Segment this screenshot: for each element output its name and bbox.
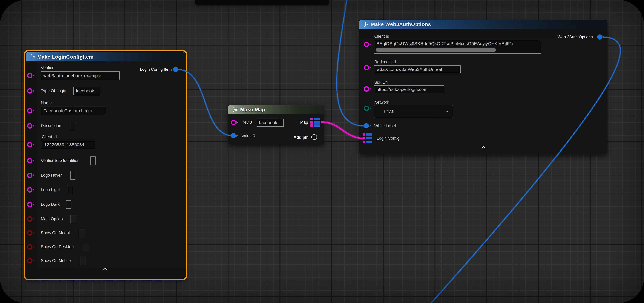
pin-label-login-config: Login Config: [377, 136, 400, 141]
pin-wedge-icon: [236, 121, 238, 124]
input-pin-sdk-url[interactable]: [364, 86, 369, 92]
name-value: Facebook Custom Login: [43, 108, 92, 113]
pin-label-verifier-sub-identifier: Verifier Sub Identifier: [41, 158, 78, 163]
input-pin-show-on-modal[interactable]: [27, 230, 32, 236]
pin-label-web-3auth-options: Web 3Auth Options: [558, 35, 593, 40]
pin-label-verifier: Verifier: [41, 66, 54, 70]
input-pin-description[interactable]: [27, 123, 32, 128]
pin-label-logo-dark: Logo Dark: [41, 202, 60, 207]
key-0-value: facebook: [259, 120, 277, 125]
verifier-input[interactable]: web3auth-facebook-example: [41, 72, 120, 80]
pin-wedge-icon: [33, 232, 34, 234]
output-pin-map[interactable]: [310, 118, 320, 127]
pin-label-value-0: Value 0: [242, 134, 255, 138]
redirect-url-value: w3a://com.w3a.Web3AuthUnreal: [376, 67, 442, 72]
input-pin-white-label[interactable]: [364, 123, 369, 128]
input-pin-show-on-mobile[interactable]: [27, 258, 32, 264]
network-selected-value: CYAN: [384, 110, 395, 114]
plus-icon: +: [313, 135, 316, 139]
collapse-node-chevron-up-icon[interactable]: [481, 146, 486, 149]
input-pin-login-config[interactable]: [362, 133, 372, 143]
pin-wedge-icon: [370, 66, 371, 69]
client-id-horizontal-scrollbar[interactable]: [376, 48, 496, 52]
verifier-sub-identifier-input[interactable]: [90, 156, 96, 165]
input-pin-show-on-desktop[interactable]: [27, 244, 32, 250]
type-of-login-value: facebook: [76, 88, 94, 94]
pin-label-map: Map: [296, 120, 308, 125]
pin-label-logo-hover: Logo Hover: [41, 173, 62, 178]
logo-hover-input[interactable]: [70, 171, 76, 180]
show-on-mobile-checkbox[interactable]: [80, 257, 86, 265]
pin-label-show-on-modal: Show On Modal: [41, 230, 70, 235]
key-0-input[interactable]: facebook: [256, 118, 284, 127]
add-pin-button[interactable]: +: [311, 134, 317, 140]
client-id-input[interactable]: 1222658941886084: [42, 140, 94, 149]
node-title: Make Web3AuthOptions: [371, 21, 431, 27]
collapse-node-chevron-up-icon[interactable]: [103, 268, 108, 271]
node-make-map[interactable]: Make Map Key 0 facebook Map Value 0 Add …: [228, 105, 324, 144]
pin-label-show-on-mobile: Show On Mobile: [41, 258, 71, 263]
input-pin-name[interactable]: [27, 108, 32, 114]
pin-label-logo-light: Logo Light: [41, 188, 60, 192]
input-pin-main-option[interactable]: [27, 216, 32, 222]
node-title: Make LoginConfigItem: [37, 54, 94, 60]
pin-wedge-icon: [179, 68, 180, 71]
pin-wedge-icon: [370, 124, 371, 127]
logo-dark-input[interactable]: [66, 200, 71, 209]
node-make-loginconfigitem[interactable]: Make LoginConfigItem Login Config Item V…: [26, 52, 185, 278]
pin-wedge-icon: [33, 246, 34, 248]
add-pin-label: Add pin: [289, 135, 308, 140]
input-pin-type-of-login[interactable]: [27, 88, 32, 94]
pin-wedge-icon: [370, 88, 371, 90]
network-dropdown[interactable]: CYAN: [374, 105, 453, 118]
pin-label-redirect-url: Redirect Url: [374, 60, 396, 64]
pin-wedge-icon: [370, 107, 371, 110]
pin-label-sdk-url: Sdk Url: [374, 80, 388, 85]
client-id-value: 1222658941886084: [44, 142, 84, 147]
output-pin-login-config-item[interactable]: [173, 67, 178, 72]
pin-wedge-icon: [33, 90, 34, 92]
pin-wedge-icon: [603, 36, 604, 38]
pin-label-show-on-desktop: Show On Desktop: [41, 244, 74, 249]
input-pin-value-0[interactable]: [231, 133, 236, 138]
input-pin-verifier-sub-identifier[interactable]: [27, 158, 32, 163]
output-pin-web-3auth-options[interactable]: [597, 34, 602, 40]
input-pin-logo-hover[interactable]: [27, 173, 32, 178]
chevron-down-icon: [445, 110, 449, 113]
pin-wedge-icon: [33, 144, 34, 146]
input-pin-logo-light[interactable]: [27, 187, 32, 192]
make-struct-icon: [29, 54, 35, 60]
pin-wedge-icon: [33, 203, 34, 206]
node-header-make-map[interactable]: Make Map: [228, 105, 324, 114]
input-pin-client-id[interactable]: [364, 42, 369, 47]
input-pin-client-id[interactable]: [27, 142, 32, 148]
input-pin-key-0[interactable]: [231, 120, 236, 125]
sdk-url-input[interactable]: https://sdk.openlogin.com: [374, 85, 444, 94]
verifier-value: web3auth-facebook-example: [43, 73, 101, 78]
pin-wedge-icon: [236, 134, 238, 137]
pin-label-key-0: Key 0: [242, 120, 252, 125]
blueprint-graph-viewport[interactable]: Make LoginConfigItem Login Config Item V…: [0, 0, 644, 303]
node-title: Make Map: [240, 106, 265, 112]
input-pin-network[interactable]: [364, 106, 369, 111]
logo-light-input[interactable]: [68, 186, 73, 194]
main-option-checkbox[interactable]: [70, 215, 77, 223]
node-header-make-loginconfigitem[interactable]: Make LoginConfigItem: [26, 52, 185, 62]
show-on-desktop-checkbox[interactable]: [83, 243, 89, 251]
input-pin-redirect-url[interactable]: [364, 65, 369, 70]
type-of-login-input[interactable]: facebook: [73, 87, 100, 95]
pin-label-main-option: Main Option: [41, 216, 63, 221]
pin-label-client-id: Client Id: [42, 134, 57, 139]
redirect-url-input[interactable]: w3a://com.w3a.Web3AuthUnreal: [374, 66, 460, 74]
input-pin-verifier[interactable]: [27, 73, 32, 78]
pin-wedge-icon: [33, 188, 34, 191]
name-input[interactable]: Facebook Custom Login: [41, 106, 106, 115]
pin-label-name: Name: [41, 100, 52, 105]
input-pin-logo-dark[interactable]: [27, 202, 32, 207]
pin-label-login-config-item: Login Config Item: [140, 67, 172, 72]
node-header-make-web3authoptions[interactable]: Make Web3AuthOptions: [359, 20, 608, 29]
show-on-modal-checkbox[interactable]: [79, 229, 86, 237]
client-id-value: BEglQSgt4cUWcj6SKRdu5QkOXTsePmMcusG5EAoy…: [376, 41, 513, 46]
description-input[interactable]: [70, 122, 75, 130]
node-make-web3authoptions[interactable]: Make Web3AuthOptions Web 3Auth Options C…: [359, 20, 608, 154]
